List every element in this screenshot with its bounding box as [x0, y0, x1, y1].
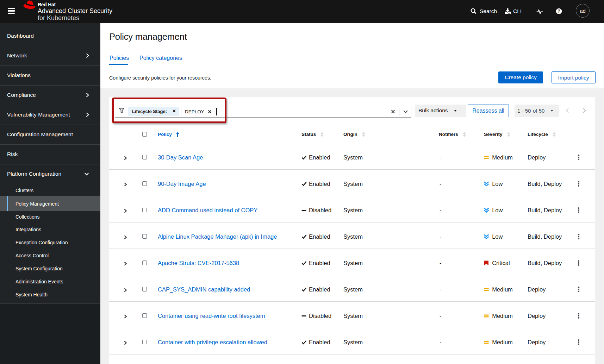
svg-text:?: ?: [558, 9, 560, 14]
